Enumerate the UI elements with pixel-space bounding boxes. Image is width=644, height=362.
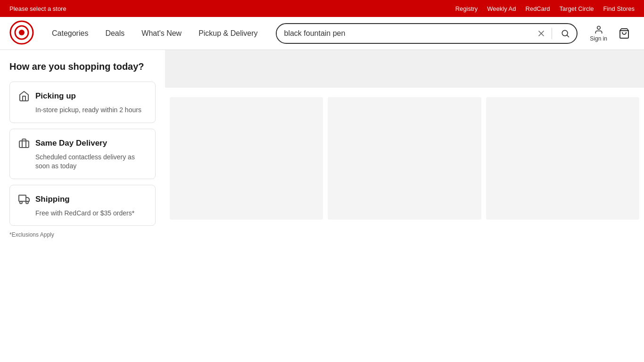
search-container (276, 23, 578, 44)
user-icon (594, 25, 603, 34)
pickup-delivery-nav[interactable]: Pickup & Delivery (190, 17, 266, 50)
svg-line-6 (567, 35, 569, 37)
logo-svg (9, 20, 34, 45)
banner-placeholder (165, 50, 644, 88)
picking-up-title: Picking up (35, 91, 76, 101)
shipping-desc: Free with RedCard or $35 orders* (17, 209, 148, 218)
svg-point-5 (562, 30, 568, 36)
main-header: Categories Deals What's New Pickup & Del… (0, 17, 644, 50)
shipping-icon (17, 193, 31, 206)
right-panel (165, 50, 644, 362)
svg-point-7 (597, 26, 600, 29)
delivery-icon (17, 137, 31, 150)
find-stores-link[interactable]: Find Stores (603, 5, 635, 12)
same-day-delivery-header: Same Day Delivery (17, 137, 148, 150)
redcard-link[interactable]: RedCard (526, 5, 550, 12)
exclusions-note: *Exclusions Apply (9, 231, 156, 238)
whats-new-nav[interactable]: What's New (133, 17, 190, 50)
store-icon (17, 90, 31, 103)
sign-in-label: Sign in (590, 35, 607, 42)
cart-icon (619, 28, 630, 39)
target-logo[interactable] (9, 20, 34, 47)
categories-nav[interactable]: Categories (43, 17, 97, 50)
cart-button[interactable] (614, 26, 635, 41)
sign-in-button[interactable]: Sign in (585, 23, 612, 44)
same-day-delivery-desc: Scheduled contactless delivery as soon a… (17, 153, 148, 171)
search-button[interactable] (554, 29, 577, 38)
store-prompt[interactable]: Please select a store (9, 5, 66, 12)
header-right: Sign in (585, 23, 635, 44)
registry-link[interactable]: Registry (455, 5, 478, 12)
search-icon (561, 29, 570, 38)
top-bar-links: Registry Weekly Ad RedCard Target Circle… (455, 5, 635, 12)
close-icon (537, 29, 546, 38)
shipping-option[interactable]: Shipping Free with RedCard or $35 orders… (9, 185, 156, 226)
svg-point-2 (19, 30, 25, 35)
svg-rect-9 (19, 141, 29, 148)
picking-up-option[interactable]: Picking up In-store pickup, ready within… (9, 82, 156, 123)
shopping-options-panel: How are you shopping today? Picking up I… (0, 50, 165, 362)
svg-rect-10 (19, 195, 26, 201)
divider (165, 88, 644, 97)
svg-point-11 (20, 201, 22, 204)
search-input[interactable] (277, 29, 533, 38)
target-circle-link[interactable]: Target Circle (560, 5, 594, 12)
shipping-header: Shipping (17, 193, 148, 206)
product-card-placeholder-1 (170, 97, 323, 220)
content-area: How are you shopping today? Picking up I… (0, 50, 644, 362)
same-day-delivery-title: Same Day Delivery (35, 139, 107, 148)
main-nav: Categories Deals What's New Pickup & Del… (43, 17, 266, 50)
picking-up-header: Picking up (17, 90, 148, 103)
deals-nav[interactable]: Deals (97, 17, 133, 50)
shipping-title: Shipping (35, 195, 70, 204)
product-card-placeholder-2 (328, 97, 481, 220)
svg-point-12 (26, 201, 28, 204)
product-grid (165, 97, 644, 220)
shopping-title: How are you shopping today? (9, 61, 156, 72)
search-clear-button[interactable] (533, 29, 550, 38)
picking-up-desc: In-store pickup, ready within 2 hours (17, 106, 148, 115)
same-day-delivery-option[interactable]: Same Day Delivery Scheduled contactless … (9, 129, 156, 179)
search-divider (552, 28, 552, 39)
top-bar: Please select a store Registry Weekly Ad… (0, 0, 644, 17)
product-card-placeholder-3 (486, 97, 639, 220)
weekly-ad-link[interactable]: Weekly Ad (487, 5, 516, 12)
